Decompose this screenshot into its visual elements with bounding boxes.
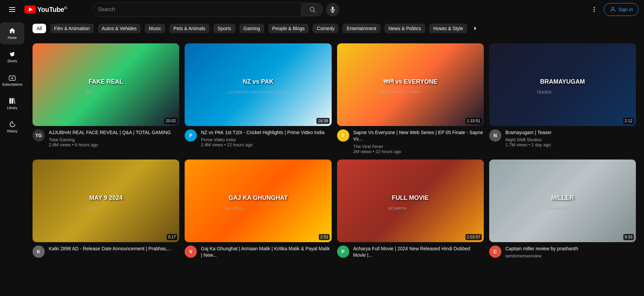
thumbnail-4: BRAMAYUGAM TEASER 2:12	[489, 43, 636, 126]
category-chip-film[interactable]: Film & Animation	[50, 24, 94, 33]
channel-name-8: tamilcinemareview	[505, 253, 636, 258]
category-chip-people[interactable]: People & Blogs	[268, 24, 309, 33]
sidebar-item-shorts[interactable]: Shorts	[0, 46, 24, 68]
sign-in-button[interactable]: Sign in	[604, 3, 639, 16]
thumb-text-8: MILLER Captain Miller	[489, 160, 636, 242]
category-chip-gaming[interactable]: Gaming	[240, 24, 264, 33]
category-chip-news[interactable]: News & Politics	[385, 24, 425, 33]
video-card-2[interactable]: NZ vs PAK 1st T20 FULL MATCH HIGHLIGHTS …	[185, 43, 331, 154]
video-details-6: Gaj Ka Ghunghat | Armaan Malik | Kritika…	[201, 246, 331, 260]
search-button[interactable]	[302, 3, 323, 16]
thumb-text-2: NZ vs PAK 1st T20 FULL MATCH HIGHLIGHTS	[185, 43, 331, 126]
category-chip-howto[interactable]: Howto & Style	[429, 24, 467, 33]
sidebar-item-subscriptions[interactable]: Subscriptions	[0, 69, 24, 91]
category-chip-music[interactable]: Music	[145, 24, 165, 33]
video-meta-4: 1.7M views • 1 day ago	[505, 142, 636, 147]
mic-button[interactable]	[326, 3, 339, 16]
video-card-4[interactable]: BRAMAYUGAM TEASER 2:12 N Bramayugam | Te…	[489, 43, 636, 154]
categories-bar: All Film & Animation Autos & Vehides Mus…	[24, 19, 644, 38]
video-grid: FAKE REAL QNA 20:02 TG AJJUBHAI REAL FAC…	[33, 43, 636, 260]
video-meta-3: 2M views • 22 hours ago	[353, 149, 484, 154]
svg-point-13	[612, 7, 614, 9]
video-card-6[interactable]: GAJ KA GHUNGHAT HD VIDEO 2:53 V Gaj Ka G…	[185, 160, 331, 260]
sidebar-item-library-label: Library	[7, 106, 18, 110]
sidebar: Home Shorts Subscriptions	[0, 19, 24, 266]
header: YouTubeIN	[0, 0, 644, 19]
duration-6: 2:53	[319, 234, 329, 240]
sidebar-item-home[interactable]: Home	[0, 22, 24, 44]
channel-avatar-3: T	[337, 129, 349, 142]
channel-avatar-6: V	[185, 246, 197, 258]
thumb-text-1: FAKE REAL QNA	[33, 43, 179, 126]
video-title-3: Sapne Vs Everyone | New Web Series | EP …	[353, 129, 484, 143]
thumbnail-6: GAJ KA GHUNGHAT HD VIDEO 2:53	[185, 160, 331, 242]
video-details-2: NZ vs PAK 1st T20I - Cricket Highlights …	[201, 129, 331, 148]
search-input-wrapper	[92, 2, 302, 17]
subscriptions-icon	[8, 74, 16, 81]
svg-rect-7	[332, 7, 334, 10]
svg-rect-0	[9, 7, 15, 8]
duration-2: 16:39	[316, 118, 329, 124]
category-chip-comedy[interactable]: Comedy	[313, 24, 338, 33]
duration-7: 2:03:57	[465, 234, 482, 240]
video-card-3[interactable]: सपने vs EVERYONE EP05: SAPNE VS ज़माना 1…	[337, 43, 484, 154]
video-title-2: NZ vs PAK 1st T20I - Cricket Highlights …	[201, 129, 331, 136]
video-title-1: AJJUBHAI REAL FACE REVEAL | Q&A | TOTAL …	[49, 129, 179, 136]
svg-rect-2	[9, 11, 15, 12]
sidebar-item-library[interactable]: Library	[0, 92, 24, 114]
thumb-text-4: BRAMAYUGAM TEASER	[489, 43, 636, 126]
category-chip-sports[interactable]: Sports	[213, 24, 235, 33]
category-chip-all[interactable]: All	[33, 24, 46, 33]
svg-marker-15	[12, 77, 14, 79]
category-chip-entertainment[interactable]: Entertainment	[342, 24, 380, 33]
video-info-7: P Acharya Full Movie | 2024 New Released…	[337, 246, 484, 260]
sidebar-item-history[interactable]: History	[0, 116, 24, 138]
video-info-4: N Bramayugam | Teaser Night Shift Studio…	[489, 129, 636, 148]
svg-point-11	[594, 9, 595, 10]
thumb-text-5: MAY 9 2024 KALKI	[33, 160, 179, 242]
duration-3: 1:33:51	[465, 118, 482, 124]
sidebar-item-subscriptions-label: Subscriptions	[2, 83, 22, 86]
shorts-icon	[8, 50, 16, 58]
thumbnail-1: FAKE REAL QNA 20:02	[33, 43, 179, 126]
video-details-5: Kalki 2898 AD - Release Date Announcemen…	[49, 246, 179, 258]
video-info-5: K Kalki 2898 AD - Release Date Announcem…	[33, 246, 179, 258]
logo[interactable]: YouTubeIN	[24, 5, 67, 14]
channel-avatar-2: P	[185, 129, 197, 142]
video-info-3: T Sapne Vs Everyone | New Web Series | E…	[337, 129, 484, 154]
video-card-1[interactable]: FAKE REAL QNA 20:02 TG AJJUBHAI REAL FAC…	[33, 43, 179, 154]
header-left: YouTubeIN	[5, 3, 87, 16]
channel-name-3: The Viral Fever	[353, 144, 484, 149]
video-card-5[interactable]: MAY 9 2024 KALKI 0:17 K Kalki 2898 AD - …	[33, 160, 179, 260]
video-info-6: V Gaj Ka Ghunghat | Armaan Malik | Kriti…	[185, 246, 331, 260]
video-details-3: Sapne Vs Everyone | New Web Series | EP …	[353, 129, 484, 154]
svg-point-10	[594, 7, 595, 8]
more-options-button[interactable]	[587, 3, 601, 16]
search-input[interactable]	[92, 3, 301, 16]
channel-avatar-1: TG	[33, 129, 45, 142]
svg-rect-1	[9, 9, 15, 10]
channel-avatar-4: N	[489, 129, 501, 142]
library-icon	[8, 97, 16, 105]
video-card-7[interactable]: FULL MOVIE ACHARYA 2:03:57 P Acharya Ful…	[337, 160, 484, 260]
svg-rect-18	[9, 98, 11, 104]
menu-button[interactable]	[5, 3, 19, 16]
category-chip-autos[interactable]: Autos & Vehides	[98, 24, 141, 33]
channel-name-2: Prime Video India	[201, 137, 331, 142]
svg-point-12	[594, 11, 595, 12]
categories-scroll-right[interactable]	[471, 26, 479, 31]
thumb-text-3: सपने vs EVERYONE EP05: SAPNE VS ज़माना	[337, 43, 484, 126]
svg-line-6	[313, 11, 315, 13]
video-title-4: Bramayugam | Teaser	[505, 129, 636, 136]
category-chip-pets[interactable]: Pets & Animals	[169, 24, 209, 33]
video-card-8[interactable]: MILLER Captain Miller 9:33 C Captain mil…	[489, 160, 636, 260]
sidebar-item-shorts-label: Shorts	[7, 59, 17, 63]
channel-avatar-8: C	[489, 246, 501, 258]
video-info-1: TG AJJUBHAI REAL FACE REVEAL | Q&A | TOT…	[33, 129, 179, 148]
video-title-7: Acharya Full Movie | 2024 New Released H…	[353, 246, 484, 259]
duration-8: 9:33	[623, 234, 634, 240]
channel-name-1: Total Gaming	[49, 137, 179, 142]
main-content: FAKE REAL QNA 20:02 TG AJJUBHAI REAL FAC…	[24, 38, 644, 266]
logo-text: YouTubeIN	[37, 6, 67, 14]
thumbnail-5: MAY 9 2024 KALKI 0:17	[33, 160, 179, 242]
